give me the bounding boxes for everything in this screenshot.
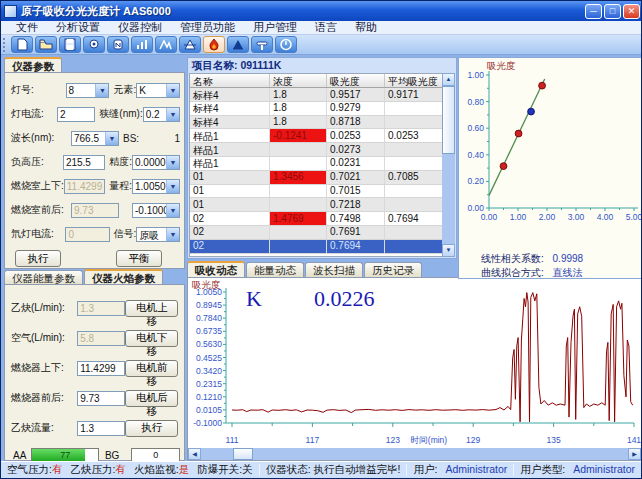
table-row[interactable]: 021.47690.74980.7694	[190, 212, 443, 226]
scroll-thumb[interactable]	[233, 448, 253, 460]
tab-flame-params[interactable]: 仪器火焰参数	[84, 269, 163, 285]
table-row[interactable]: 样品1-0.12410.02530.0253	[190, 129, 443, 143]
menu-item-0[interactable]: 文件	[7, 20, 47, 35]
menu-item-6[interactable]: 帮助	[346, 20, 386, 35]
toolbar-grip	[3, 38, 7, 52]
table-cell: 0.9517	[327, 88, 385, 101]
table-cell: 01	[190, 171, 270, 184]
flame-field-4[interactable]: 1.3	[77, 421, 125, 436]
new-file-button[interactable]	[11, 36, 33, 53]
scroll-right-arrow-icon[interactable]: ▶	[628, 448, 641, 460]
flame-action-button-2[interactable]: 电机前移	[125, 360, 178, 377]
chevron-down-icon[interactable]: ▼	[166, 108, 179, 121]
table-row[interactable]: 010.7218	[190, 198, 443, 212]
wavelength-peak-button[interactable]	[155, 36, 177, 53]
tab-dynamic-0[interactable]: 吸收动态	[187, 261, 245, 277]
field-label: 灯电流:	[11, 107, 57, 121]
flame-action-button-3[interactable]: 电机后移	[125, 390, 178, 407]
table-cell: 样品1	[190, 143, 270, 156]
table-row[interactable]: 样品10.0231	[190, 157, 443, 171]
instrument-field-0-a-value: 8	[67, 84, 96, 97]
flame-action-button-1[interactable]: 电机下移	[125, 330, 178, 347]
execute-button[interactable]: 执行	[15, 250, 61, 267]
flame-field-3[interactable]: 9.73	[77, 391, 125, 406]
d2-lamp-button[interactable]	[107, 36, 129, 53]
chevron-down-icon[interactable]: ▼	[166, 156, 179, 169]
balance-button[interactable]: 平衡	[116, 250, 162, 267]
scroll-up-arrow-icon[interactable]: ▲	[442, 73, 455, 86]
flame-action-button-0[interactable]: 电机上移	[125, 300, 178, 317]
svg-text:1.00: 1.00	[510, 212, 527, 222]
field-label: 燃烧室前后:	[11, 203, 71, 217]
flame-button[interactable]	[203, 36, 225, 53]
save-button[interactable]	[59, 36, 81, 53]
burner-button[interactable]	[251, 36, 273, 53]
d2-lamp-icon	[111, 38, 125, 51]
table-row[interactable]: 标样41.80.95170.9171	[190, 88, 443, 102]
menu-item-4[interactable]: 用户管理	[244, 20, 306, 35]
close-button[interactable]: ✕	[623, 4, 640, 19]
instrument-field-3-b[interactable]: 0.0000▼	[132, 155, 180, 170]
table-row[interactable]: 010.7015	[190, 185, 443, 199]
power-button[interactable]	[275, 36, 297, 53]
table-row[interactable]: 样品10.0273	[190, 143, 443, 157]
hollow-cathode-lamp-button[interactable]	[83, 36, 105, 53]
table-cell: 0.0253	[327, 129, 385, 142]
table-row[interactable]: 011.34560.70210.7085	[190, 171, 443, 185]
table-cell	[385, 198, 443, 211]
chevron-down-icon[interactable]: ▼	[166, 180, 179, 193]
instrument-field-4-a: 11.4299	[64, 179, 105, 194]
table-row[interactable]: 020.7694	[190, 240, 443, 254]
menu-item-1[interactable]: 分析设置	[47, 20, 109, 35]
open-file-button[interactable]	[35, 36, 57, 53]
chevron-down-icon[interactable]: ▼	[105, 132, 118, 145]
instrument-field-2-a[interactable]: 766.5▼	[71, 131, 119, 146]
chevron-down-icon[interactable]: ▼	[166, 228, 179, 241]
instrument-field-6-b[interactable]: 原吸▼	[136, 227, 180, 242]
chevron-down-icon[interactable]: ▼	[166, 84, 179, 97]
table-cell: 02	[190, 212, 270, 225]
table-cell: 0.7085	[385, 171, 443, 184]
table-cell	[270, 185, 327, 198]
current-reading: K0.0226	[246, 286, 374, 312]
minimize-button[interactable]: ─	[585, 4, 602, 19]
aa-value: 77	[32, 449, 98, 461]
menu-item-2[interactable]: 仪器控制	[109, 20, 171, 35]
scroll-down-arrow-icon[interactable]: ▼	[442, 244, 455, 257]
table-row[interactable]: 020.7691	[190, 226, 443, 240]
tab-dynamic-3[interactable]: 历史记录	[364, 262, 422, 277]
table-row[interactable]: 标样41.80.8718	[190, 116, 443, 130]
maximize-button[interactable]: □	[604, 4, 621, 19]
table-vertical-scrollbar[interactable]: ▲ ▼	[442, 73, 455, 257]
scroll-thumb[interactable]	[442, 86, 455, 154]
instrument-field-4-b[interactable]: 1.0050▼	[132, 179, 180, 194]
instrument-field-2-b: 1	[170, 133, 180, 144]
status-flags: 空气压力:有乙炔压力:有火焰监视:是防爆开关:关	[1, 463, 259, 477]
instrument-field-1-a[interactable]: 2	[57, 107, 95, 122]
calibration-curve-button[interactable]	[227, 36, 249, 53]
menu-item-3[interactable]: 管理员功能	[171, 20, 244, 35]
instrument-field-5-b[interactable]: -0.1000▼	[132, 203, 180, 218]
table-row[interactable]: 标样41.80.9279	[190, 102, 443, 116]
chevron-down-icon[interactable]: ▼	[166, 204, 179, 217]
menu-item-5[interactable]: 语言	[306, 20, 346, 35]
tab-instrument-parameters[interactable]: 仪器参数	[4, 57, 62, 73]
monochromator-button[interactable]	[179, 36, 201, 53]
instrument-field-0-a[interactable]: 8▼	[66, 83, 110, 98]
tab-dynamic-2[interactable]: 波长扫描	[305, 262, 363, 277]
tab-dynamic-1[interactable]: 能量动态	[246, 262, 304, 277]
power-icon	[279, 38, 293, 51]
flame-action-button-4[interactable]: 执行	[125, 420, 178, 437]
flame-field-2[interactable]: 11.4299	[77, 361, 125, 376]
chart-horizontal-scrollbar[interactable]: ◀ ▶	[188, 448, 641, 460]
instrument-field-3-a[interactable]: 215.5	[63, 155, 105, 170]
energy-meter-button[interactable]	[131, 36, 153, 53]
instrument-row-1: 灯电流:2狭缝(nm):0.2▼	[11, 102, 180, 126]
scroll-left-arrow-icon[interactable]: ◀	[188, 448, 201, 460]
table-cell: 1.8	[270, 116, 327, 129]
instrument-field-0-b[interactable]: K▼	[136, 83, 180, 98]
instrument-field-1-b[interactable]: 0.2▼	[143, 107, 180, 122]
calibration-chart: 吸光度0.000.200.400.600.801.000.001.002.003…	[459, 58, 641, 250]
tab-energy-params[interactable]: 仪器能量参数	[4, 270, 83, 285]
chevron-down-icon[interactable]: ▼	[95, 84, 108, 97]
